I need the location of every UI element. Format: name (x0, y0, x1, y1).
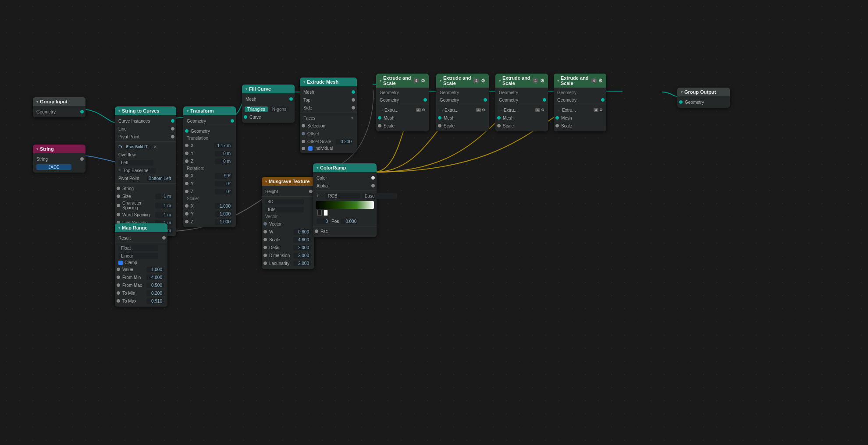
es1-scale-in[interactable] (378, 124, 381, 127)
go-header[interactable]: ▾ Group Output (677, 88, 730, 96)
rot-y-socket[interactable] (185, 182, 189, 185)
cr-stop-white[interactable] (324, 210, 328, 216)
string-in-socket[interactable] (117, 187, 120, 190)
es4-header[interactable]: ▾ Extrude and Scale 4 ⚙ (554, 74, 606, 88)
fill-curve-header[interactable]: ▾ Fill Curve (242, 85, 295, 93)
mus-scale-in[interactable] (263, 238, 267, 241)
value-socket[interactable] (117, 268, 120, 271)
to-min-socket[interactable] (117, 291, 120, 295)
mus-w-in[interactable] (263, 230, 267, 233)
es3-header[interactable]: ▾ Extrude and Scale 4 ⚙ (495, 74, 548, 88)
em-individual-check[interactable] (308, 146, 313, 151)
es1-header[interactable]: ▾ Extrude and Scale 4 ⚙ (376, 74, 429, 88)
group-input-header[interactable]: ▾ Group Input (33, 97, 85, 106)
fc-curve-in[interactable] (244, 115, 247, 119)
cr-add-btn[interactable]: + (317, 194, 319, 198)
cr-fac-in[interactable] (315, 230, 318, 233)
from-min-socket[interactable] (117, 275, 120, 279)
map-range-header[interactable]: ▾ Map Range (115, 223, 167, 232)
string-value[interactable]: JADE (36, 164, 71, 170)
group-output-node: ▾ Group Output Geometry (677, 88, 730, 108)
string-output-socket[interactable] (80, 157, 84, 161)
rot-y-val: 0° (215, 181, 232, 187)
cr-ease-dropdown[interactable]: Ease (362, 193, 397, 199)
es3-geo-out[interactable] (543, 98, 546, 102)
string-to-curves-header[interactable]: ▾ String to Curves (115, 106, 176, 115)
em-header[interactable]: ▾ Extrude Mesh (300, 78, 357, 86)
char-spacing-socket[interactable] (117, 204, 120, 207)
transform-header[interactable]: ▾ Transform (183, 106, 236, 115)
curve-instances-socket[interactable] (171, 119, 174, 123)
ngons-tab[interactable]: N-gons (270, 106, 289, 112)
musgrave-header[interactable]: ▾ Musgrave Texture (262, 177, 314, 186)
size-socket[interactable] (117, 194, 120, 198)
type-dropdown[interactable]: Float (118, 245, 158, 251)
mus-type-dropdown[interactable]: fBM (265, 207, 304, 212)
go-geo-in[interactable] (679, 100, 683, 104)
cr-stop-dark[interactable] (317, 210, 322, 216)
em-mesh-out[interactable] (352, 90, 355, 94)
geometry-output-socket[interactable] (80, 110, 84, 113)
line-socket[interactable] (171, 127, 174, 131)
mus-lac-in[interactable] (263, 261, 267, 265)
em-side-out[interactable] (352, 106, 355, 109)
overflow-dropdown[interactable]: Left (118, 160, 153, 166)
sc-z-socket[interactable] (185, 220, 189, 223)
mus-dim-dropdown[interactable]: 4D (265, 199, 304, 205)
sc-x-socket[interactable] (185, 204, 189, 208)
from-max-val: 0.500 (146, 283, 164, 288)
es4-scale-in[interactable] (555, 124, 559, 127)
es1-mesh-in[interactable] (378, 116, 381, 120)
cr-sub-btn[interactable]: − (321, 194, 324, 198)
fc-mesh-out[interactable] (289, 97, 293, 101)
mus-dim-in[interactable] (263, 254, 267, 257)
es3-scale-in[interactable] (497, 124, 501, 127)
string-header[interactable]: ▾ String (33, 145, 85, 153)
tr-y-socket[interactable] (185, 152, 189, 155)
rot-x-socket[interactable] (185, 174, 189, 177)
mus-vector-in[interactable] (263, 222, 267, 226)
cr-rgb-dropdown[interactable]: RGB (325, 193, 360, 199)
es2-mesh-in[interactable] (438, 116, 441, 120)
es4-mesh-in[interactable] (555, 116, 559, 120)
font-value[interactable]: Eras Bold IT... (124, 144, 153, 149)
em-offset-scale-in[interactable] (302, 140, 305, 143)
triangles-tab[interactable]: Triangles (245, 106, 268, 112)
align-dropdown[interactable]: Top Baseline (121, 168, 156, 173)
em-selection-in[interactable] (302, 124, 305, 127)
es2-geo-out[interactable] (484, 98, 487, 102)
cr-pos-val[interactable]: 0.000 (341, 219, 358, 224)
mus-w-val: 0.600 (293, 229, 311, 235)
cr-color-out[interactable] (371, 176, 375, 180)
rot-z-socket[interactable] (185, 190, 189, 193)
from-max-socket[interactable] (117, 283, 120, 287)
mus-height-out[interactable] (309, 190, 313, 193)
sc-y-socket[interactable] (185, 212, 189, 215)
string-title: String (40, 146, 54, 152)
to-max-socket[interactable] (117, 299, 120, 303)
em-top-out[interactable] (352, 98, 355, 102)
mus-detail-in[interactable] (263, 246, 267, 249)
cr-alpha-out[interactable] (371, 184, 375, 187)
result-socket[interactable] (162, 236, 166, 240)
pivot-val[interactable]: Bottom Left (147, 176, 173, 181)
es2-header[interactable]: ▾ Extrude and Scale 4 ⚙ (436, 74, 489, 88)
clamp-checkbox[interactable] (118, 261, 123, 265)
transform-geo-in[interactable] (185, 129, 189, 133)
overflow-val-row: Left (115, 159, 176, 166)
interp-dropdown[interactable]: Linear (118, 253, 158, 259)
es4-geo-out[interactable] (601, 98, 605, 102)
es1-geo-out[interactable] (423, 98, 427, 102)
pivot-point-socket[interactable] (171, 135, 174, 138)
pivot-point-label: Pivot Point (118, 134, 171, 139)
tr-x-socket[interactable] (185, 144, 189, 147)
es3-mesh-in[interactable] (497, 116, 501, 120)
word-spacing-socket[interactable] (117, 213, 120, 216)
es4-indicator: → (557, 108, 561, 112)
es2-scale-in[interactable] (438, 124, 441, 127)
tr-z-socket[interactable] (185, 159, 189, 163)
transform-geo-out[interactable] (231, 119, 234, 123)
em-offset-in[interactable] (302, 132, 305, 135)
cr-header[interactable]: ▾ ColorRamp (313, 163, 377, 172)
em-individual-socket[interactable] (302, 147, 305, 150)
